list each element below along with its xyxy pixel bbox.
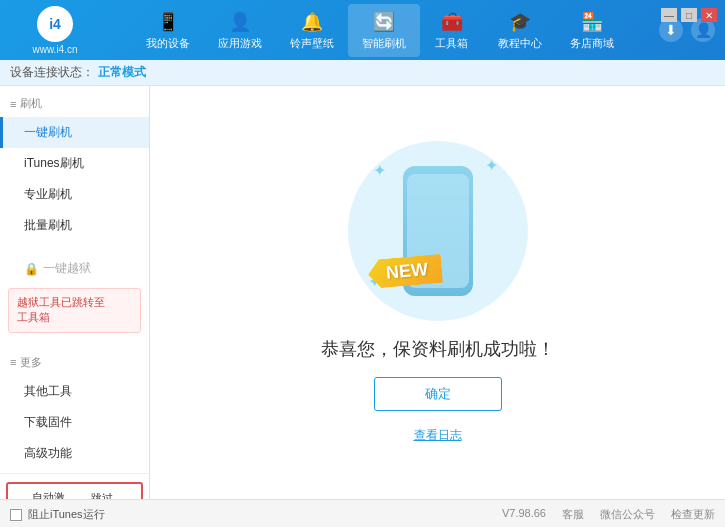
success-illustration: ✦ ✦ ✦ NEW 恭喜您，保资料刷机成功啦！ 确定 查看日志 <box>321 141 555 444</box>
check-update-link[interactable]: 检查更新 <box>671 507 715 522</box>
sidebar-item-batch-flash[interactable]: 批量刷机 <box>0 210 149 241</box>
close-button[interactable]: ✕ <box>701 8 717 22</box>
nav-shop-label: 务店商域 <box>570 36 614 51</box>
logo-text: www.i4.cn <box>32 44 77 55</box>
main-layout: ≡ 刷机 一键刷机 iTunes刷机 专业刷机 批量刷机 🔒 一键越狱 越狱工具… <box>0 86 725 499</box>
nav-items: 📱 我的设备 👤 应用游戏 🔔 铃声壁纸 🔄 智能刷机 🧰 工具箱 🎓 教程中心… <box>100 4 659 57</box>
flash-section: ≡ 刷机 一键刷机 iTunes刷机 专业刷机 批量刷机 <box>0 86 149 245</box>
shop-icon: 🏪 <box>580 10 604 34</box>
confirm-button[interactable]: 确定 <box>374 377 502 411</box>
apps-icon: 👤 <box>228 10 252 34</box>
nav-ringtones[interactable]: 🔔 铃声壁纸 <box>276 4 348 57</box>
logo: i4 www.i4.cn <box>10 6 100 55</box>
more-section-label: 更多 <box>20 355 42 370</box>
more-section-header: ≡ 更多 <box>0 349 149 376</box>
lock-icon: 🔒 <box>24 262 39 276</box>
device-section: 自动激活 跳过iCloud 📱 iPhone 15 Pro Max 512GB … <box>0 473 149 499</box>
sidebar-item-other-tools[interactable]: 其他工具 <box>0 376 149 407</box>
logo-icon: i4 <box>37 6 73 42</box>
flash-section-label: 刷机 <box>20 96 42 111</box>
sidebar-item-pro-flash[interactable]: 专业刷机 <box>0 179 149 210</box>
sidebar-item-download-firmware[interactable]: 下载固件 <box>0 407 149 438</box>
log-link[interactable]: 查看日志 <box>414 427 462 444</box>
header: i4 www.i4.cn 📱 我的设备 👤 应用游戏 🔔 铃声壁纸 🔄 智能刷机… <box>0 0 725 60</box>
nav-tutorials-label: 教程中心 <box>498 36 542 51</box>
stop-itunes-label: 阻止iTunes运行 <box>28 507 105 522</box>
bottom-bar: 阻止iTunes运行 V7.98.66 客服 微信公众号 检查更新 <box>0 499 725 527</box>
auto-activate-label[interactable]: 自动激活 <box>32 490 67 499</box>
sidebar-item-itunes-flash[interactable]: iTunes刷机 <box>0 148 149 179</box>
nav-my-device[interactable]: 📱 我的设备 <box>132 4 204 57</box>
nav-ringtones-label: 铃声壁纸 <box>290 36 334 51</box>
star-icon-2: ✦ <box>485 156 498 175</box>
jailbreak-section: 🔒 一键越狱 越狱工具已跳转至工具箱 <box>0 249 149 341</box>
more-section: ≡ 更多 其他工具 下载固件 高级功能 <box>0 345 149 473</box>
logo-initials: i4 <box>49 16 61 32</box>
stop-itunes-checkbox[interactable] <box>10 509 22 521</box>
tutorials-icon: 🎓 <box>508 10 532 34</box>
nav-apps-label: 应用游戏 <box>218 36 262 51</box>
more-icon: ≡ <box>10 356 16 368</box>
star-icon-1: ✦ <box>373 161 386 180</box>
customer-service-link[interactable]: 客服 <box>562 507 584 522</box>
minimize-button[interactable]: — <box>661 8 677 22</box>
status-bar: 设备连接状态： 正常模式 <box>0 60 725 86</box>
device-icon: 📱 <box>156 10 180 34</box>
nav-tutorials[interactable]: 🎓 教程中心 <box>484 4 556 57</box>
nav-smart-flash-label: 智能刷机 <box>362 36 406 51</box>
status-value: 正常模式 <box>98 64 146 81</box>
nav-smart-flash[interactable]: 🔄 智能刷机 <box>348 4 420 57</box>
ringtones-icon: 🔔 <box>300 10 324 34</box>
maximize-button[interactable]: □ <box>681 8 697 22</box>
smart-flash-icon: 🔄 <box>372 10 396 34</box>
nav-tools-label: 工具箱 <box>435 36 468 51</box>
bottom-right: V7.98.66 客服 微信公众号 检查更新 <box>502 507 715 522</box>
nav-shop[interactable]: 🏪 务店商域 <box>556 4 628 57</box>
notice-text: 越狱工具已跳转至工具箱 <box>17 296 105 323</box>
content-area: ✦ ✦ ✦ NEW 恭喜您，保资料刷机成功啦！ 确定 查看日志 <box>150 86 725 499</box>
sidebar: ≡ 刷机 一键刷机 iTunes刷机 专业刷机 批量刷机 🔒 一键越狱 越狱工具… <box>0 86 150 499</box>
sidebar-item-advanced[interactable]: 高级功能 <box>0 438 149 469</box>
tools-icon: 🧰 <box>440 10 464 34</box>
nav-apps[interactable]: 👤 应用游戏 <box>204 4 276 57</box>
version-label: V7.98.66 <box>502 507 546 522</box>
jailbreak-label: 一键越狱 <box>43 260 91 277</box>
new-badge-text: NEW <box>385 259 429 283</box>
success-message: 恭喜您，保资料刷机成功啦！ <box>321 337 555 361</box>
skip-icloud-label[interactable]: 跳过iCloud <box>91 491 133 499</box>
wechat-link[interactable]: 微信公众号 <box>600 507 655 522</box>
bottom-left: 阻止iTunes运行 <box>10 507 105 522</box>
auto-activate-row: 自动激活 跳过iCloud <box>6 482 143 499</box>
nav-tools[interactable]: 🧰 工具箱 <box>420 4 484 57</box>
status-label: 设备连接状态： <box>10 64 94 81</box>
phone-circle: ✦ ✦ ✦ NEW <box>348 141 528 321</box>
sidebar-item-jailbreak: 🔒 一键越狱 <box>0 253 149 284</box>
sidebar-item-one-click-flash[interactable]: 一键刷机 <box>0 117 149 148</box>
nav-my-device-label: 我的设备 <box>146 36 190 51</box>
flash-section-header: ≡ 刷机 <box>0 90 149 117</box>
jailbreak-notice: 越狱工具已跳转至工具箱 <box>8 288 141 333</box>
flash-icon: ≡ <box>10 98 16 110</box>
